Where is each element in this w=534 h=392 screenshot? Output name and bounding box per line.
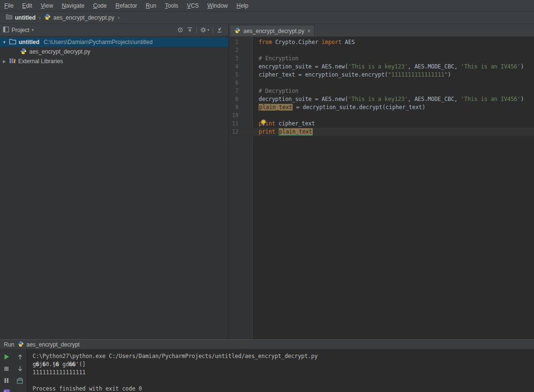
locate-file-icon[interactable] [177, 27, 183, 33]
code-text: from Crypto.Cipher import AES [253, 38, 355, 46]
code-text [253, 79, 262, 87]
stop-button[interactable] [1, 363, 12, 374]
run-configuration-tab[interactable]: aes_encrypt_decrypt [18, 341, 80, 348]
tree-item-label: untitled [19, 39, 39, 45]
editor-tab-bar: aes_encrypt_decrypt.py × [229, 24, 534, 37]
code-line[interactable]: 4encryption_suite = AES.new('This is a k… [229, 63, 534, 71]
code-line[interactable]: 11print cipher_text [229, 120, 534, 128]
line-number: 5 [229, 71, 253, 79]
code-line[interactable]: 7# Decryption [229, 87, 534, 95]
hide-panel-icon[interactable] [216, 27, 223, 33]
code-lines: 1from Crypto.Cipher import AES2 3# Encry… [229, 37, 534, 136]
tree-item-file[interactable]: aes_encrypt_decrypt.py [0, 47, 228, 56]
breadcrumb-separator-icon: › [116, 14, 121, 21]
toolbar-spacer [14, 387, 26, 392]
up-stack-trace-button[interactable] [14, 351, 26, 362]
editor-tab-label: aes_encrypt_decrypt.py [243, 28, 304, 34]
breadcrumb: untitled › aes_encrypt_decrypt.py › [0, 11, 534, 24]
menu-item-navigate[interactable]: Navigate [57, 1, 89, 11]
main-area: Project ▾ ▾ [0, 24, 534, 339]
project-tree: ▼ untitled C:\Users\Damian\PycharmProjec… [0, 36, 228, 339]
folder-icon [9, 39, 16, 46]
project-view-dropdown[interactable]: Project ▾ [3, 26, 34, 34]
menu-item-edit[interactable]: Edit [18, 1, 36, 11]
toolbar-divider [213, 27, 213, 34]
code-line[interactable]: 3# Encryption [229, 55, 534, 63]
chevron-collapsed-icon[interactable]: ▶ [2, 59, 7, 64]
console-line: C:\Python27\python.exe C:/Users/Damian/P… [33, 352, 534, 360]
console-tab-icon[interactable] [1, 387, 12, 392]
line-number: 11 [229, 120, 253, 128]
editor-pane: aes_encrypt_decrypt.py × 1from Crypto.Ci… [229, 24, 534, 339]
code-line[interactable]: 6 [229, 79, 534, 87]
run-configuration-label: aes_encrypt_decrypt [26, 341, 80, 348]
run-title: Run [4, 341, 14, 348]
console-output[interactable]: C:\Python27\python.exe C:/Users/Damian/P… [27, 349, 534, 392]
code-text [253, 112, 262, 120]
breadcrumb-separator-icon: › [37, 14, 42, 21]
code-line[interactable]: 9plain_text = decryption_suite.decrypt(c… [229, 103, 534, 112]
project-toolbar: Project ▾ ▾ [0, 24, 228, 36]
code-text: # Encryption [253, 55, 298, 63]
line-number: 8 [229, 95, 253, 103]
console-line: g�j�0.§� gd��'(] [33, 360, 534, 369]
code-text: cipher_text = encryption_suite.encrypt("… [253, 71, 451, 79]
menu-item-file[interactable]: File [0, 1, 18, 11]
chevron-expanded-icon[interactable]: ▼ [2, 40, 7, 45]
code-line[interactable]: 12print plain_text [229, 128, 534, 136]
run-tool-window: Run aes_encrypt_decrypt [0, 339, 534, 392]
tree-item-external-libraries[interactable]: ▶ External Libraries [0, 56, 228, 66]
breadcrumb-label: untitled [15, 14, 35, 21]
menu-item-tools[interactable]: Tools [160, 1, 182, 11]
breadcrumb-item-file[interactable]: aes_encrypt_decrypt.py [42, 12, 116, 22]
line-number: 7 [229, 87, 253, 95]
python-file-icon [20, 48, 27, 56]
python-file-icon [234, 27, 240, 35]
tree-item-project-root[interactable]: ▼ untitled C:\Users\Damian\PycharmProjec… [0, 37, 228, 47]
line-number: 12 [229, 128, 253, 136]
libraries-icon [9, 57, 16, 65]
code-text [253, 46, 262, 55]
code-line[interactable]: 2 [229, 46, 534, 55]
tree-item-label: External Libraries [18, 58, 63, 65]
close-icon[interactable]: × [307, 28, 310, 34]
editor[interactable]: 1from Crypto.Cipher import AES2 3# Encry… [229, 37, 534, 339]
code-line[interactable]: 10 [229, 112, 534, 120]
tree-item-path: C:\Users\Damian\PycharmProjects\untitled [44, 39, 152, 45]
python-file-icon [44, 13, 51, 22]
pause-button[interactable] [1, 375, 12, 386]
code-line[interactable]: 8decryption_suite = AES.new('This is a k… [229, 95, 534, 103]
menu-item-vcs[interactable]: VCS [182, 1, 203, 11]
menu-item-refactor[interactable]: Refactor [111, 1, 141, 11]
line-number: 2 [229, 46, 253, 55]
intention-bulb-icon[interactable] [261, 119, 266, 128]
code-text: decryption_suite = AES.new('This is a ke… [253, 95, 524, 103]
tool-window-icon [3, 26, 9, 34]
settings-gear-icon[interactable]: ▾ [200, 27, 209, 33]
menu-item-code[interactable]: Code [89, 1, 111, 11]
menu-item-help[interactable]: Help [232, 1, 253, 11]
code-text: plain_text = decryption_suite.decrypt(ci… [253, 103, 425, 112]
run-toolbar [0, 349, 27, 392]
editor-tab[interactable]: aes_encrypt_decrypt.py × [230, 25, 315, 36]
down-stack-trace-button[interactable] [14, 363, 26, 374]
menu-bar: FileEditViewNavigateCodeRefactorRunTools… [0, 0, 534, 11]
code-line[interactable]: 1from Crypto.Cipher import AES [229, 38, 534, 46]
line-number: 9 [229, 103, 253, 112]
menu-item-run[interactable]: Run [141, 1, 160, 11]
chevron-down-icon: ▾ [207, 28, 209, 32]
restore-layout-button[interactable] [14, 375, 26, 386]
collapse-all-icon[interactable] [187, 27, 193, 33]
code-line[interactable]: 5cipher_text = encryption_suite.encrypt(… [229, 71, 534, 79]
console-line: Process finished with exit code 0 [33, 385, 534, 392]
line-number: 1 [229, 38, 253, 46]
line-number: 4 [229, 63, 253, 71]
menu-item-window[interactable]: Window [203, 1, 232, 11]
project-tool-window: Project ▾ ▾ [0, 24, 229, 339]
breadcrumb-item-project[interactable]: untitled [4, 13, 37, 22]
tree-item-label: aes_encrypt_decrypt.py [29, 48, 90, 55]
code-text: # Decryption [253, 87, 298, 95]
python-file-icon [18, 341, 24, 348]
rerun-button[interactable] [1, 351, 12, 362]
menu-item-view[interactable]: View [36, 1, 57, 11]
